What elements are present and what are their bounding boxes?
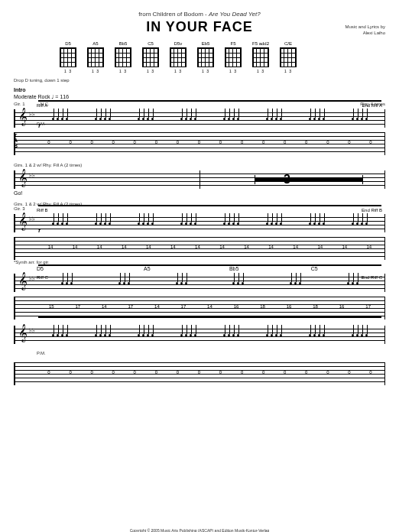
source-line: from Children of Bodom - Are You Dead Ye…: [14, 11, 385, 18]
notation-staff: 𝄞 ♭♭ f: [14, 109, 385, 128]
chord-diagram: F5 add21 3: [252, 41, 269, 73]
chord-diagram: D51 3: [60, 41, 76, 73]
copyright-line1: Copyright © 2005 Music Arts Publishing (…: [0, 528, 399, 533]
key-sig: ♭♭: [29, 275, 35, 282]
section-intro: Intro: [14, 87, 385, 92]
end-riff-b-label: End Riff B: [362, 208, 382, 212]
chord-diagrams: D51 3 A51 3 Bb51 3 C51 3 D5v1 3 Eb51 3 F…: [60, 41, 385, 73]
key-sig: ♭♭: [29, 327, 35, 334]
system-3: Riff B End Riff B 𝄞 ♭♭ f 14141414 141414…: [14, 214, 385, 260]
chord-a5: A5: [144, 266, 151, 271]
from-prefix: from Children of Bodom -: [138, 11, 209, 18]
song-title: IN YOUR FACE: [14, 19, 385, 35]
lyric-go: Go!: [14, 190, 385, 196]
system-1: Riff A End Riff A 𝄞 ♭♭ f P.M. TAB 0000 0…: [14, 109, 385, 155]
key-sig: ♭♭: [29, 172, 35, 179]
sheet-music-page: from Children of Bodom - Are You Dead Ye…: [0, 0, 399, 532]
copyright: Copyright © 2005 Music Arts Publishing (…: [0, 528, 399, 533]
key-sig: ♭♭: [29, 111, 35, 118]
system-4: D5 A5 Bb5 C5 Riff C End Riff C 𝄞 ♭♭ 1517…: [14, 274, 385, 320]
tempo-marking: Moderate Rock ♩ = 116: [14, 94, 385, 100]
chord-d5: D5: [37, 266, 44, 271]
tab-staff: 14141414 14141414 14141414 1414: [14, 237, 385, 260]
credits-line1: Music and Lyrics by: [345, 24, 385, 31]
gtrs12-label: Gtrs. 1 & 2 w/ Rhy. Fill A (2 times): [14, 163, 385, 167]
system-5: 𝄞 ♭♭ P.M. 0000 0000 0000 0000: [14, 326, 385, 385]
treble-clef-icon: 𝄞: [18, 169, 28, 187]
chord-bb5: Bb5: [229, 266, 238, 271]
treble-clef-icon: 𝄞: [18, 272, 28, 290]
chord-c5: C5: [311, 266, 318, 271]
treble-clef-icon: 𝄞: [18, 108, 28, 125]
system-2: 𝄞 ♭♭ 3: [14, 170, 385, 189]
treble-clef-icon: 𝄞: [18, 324, 28, 342]
treble-clef-icon: 𝄞: [18, 212, 28, 230]
riff-b-label: Riff B: [37, 208, 48, 212]
chord-diagram: C51 3: [142, 41, 159, 73]
chord-diagram: D5v1 3: [170, 41, 187, 73]
notation-staff: 𝄞 ♭♭ f: [14, 214, 385, 232]
header: from Children of Bodom - Are You Dead Ye…: [14, 11, 385, 35]
riff-a-label: Riff A: [37, 103, 47, 108]
multi-rest: 3: [284, 173, 290, 187]
pm-label: P.M.: [37, 351, 46, 355]
chord-diagram: Bb51 3: [115, 41, 131, 73]
gtr3-label: Gtr. 3: [14, 206, 385, 211]
pm-label: P.M.: [37, 122, 46, 126]
album-title: Are You Dead Yet?: [209, 11, 261, 18]
tuning-note: Drop D tuning, down 1 step: [14, 78, 385, 83]
notation-staff: 𝄞 ♭♭ 3: [14, 170, 385, 189]
chord-diagram: Eb51 3: [197, 41, 214, 73]
key-sig: ♭♭: [29, 216, 35, 222]
notation-staff: 𝄞 ♭♭: [14, 274, 385, 292]
notation-staff: 𝄞 ♭♭: [14, 326, 385, 344]
tab-staff: TAB 0000 0000 0000 0000: [14, 132, 385, 155]
tab-staff: 0000 0000 0000 0000: [14, 362, 385, 385]
credits: Music and Lyrics by Alexi Laiho: [345, 24, 385, 37]
chord-diagram: C/E1 3: [280, 41, 297, 73]
dynamic-f: f: [38, 227, 41, 234]
end-riff-a-label: End Riff A: [362, 103, 382, 108]
chord-diagram: A51 3: [87, 41, 104, 73]
credits-line2: Alexi Laiho: [345, 31, 385, 37]
gtr1-label: Gtr. 1: [14, 102, 25, 106]
chord-diagram: F51 3: [225, 41, 242, 73]
